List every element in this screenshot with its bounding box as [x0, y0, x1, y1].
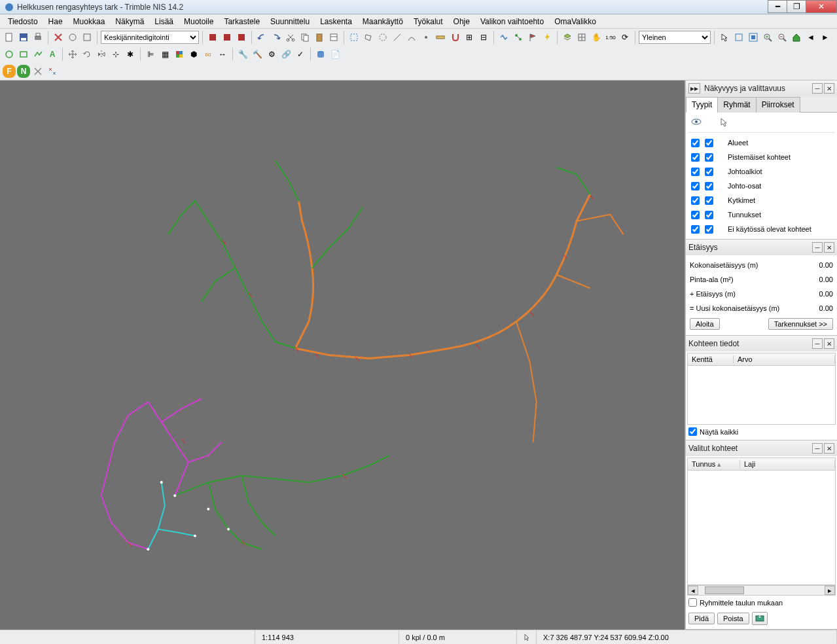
back-icon[interactable]: ◄	[804, 31, 817, 44]
cube-red2-icon[interactable]	[221, 31, 234, 44]
trace-icon[interactable]	[497, 31, 510, 44]
map-canvas[interactable]	[0, 80, 685, 630]
col-field[interactable]: Kenttä	[688, 355, 734, 363]
details-button[interactable]: Tarkennukset >>	[768, 318, 833, 330]
window-minimize-button[interactable]: ━	[768, 0, 787, 13]
menu-omavalikko[interactable]: OmaValikko	[549, 16, 601, 27]
new-icon[interactable]	[3, 31, 16, 44]
show-all-checkbox[interactable]	[688, 427, 697, 436]
layer-selectable-checkbox[interactable]	[705, 182, 713, 190]
explode-icon[interactable]: ✱	[124, 48, 137, 61]
color-icon[interactable]	[173, 48, 186, 61]
print-icon[interactable]	[31, 31, 45, 44]
n60-icon[interactable]: 60	[202, 48, 215, 61]
start-button[interactable]: Aloita	[690, 318, 720, 330]
menu-laskenta[interactable]: Laskenta	[315, 16, 357, 27]
tool-b-icon[interactable]	[80, 31, 94, 44]
layer-visibility-checkbox[interactable]	[691, 225, 700, 234]
layer-visibility-checkbox[interactable]	[691, 168, 700, 176]
properties-icon[interactable]	[327, 31, 340, 44]
edit-node-icon[interactable]	[419, 31, 433, 44]
layer-selectable-checkbox[interactable]	[705, 196, 713, 205]
layer-visibility-checkbox[interactable]	[691, 182, 700, 190]
panel-minimize-button[interactable]: ─	[812, 443, 823, 454]
view-select[interactable]: Yleinen	[639, 31, 711, 44]
menu-tarkastele[interactable]: Tarkastele	[219, 16, 265, 27]
redo-icon[interactable]	[270, 31, 283, 44]
pointer-icon[interactable]	[718, 31, 731, 44]
draw-circle-icon[interactable]	[3, 48, 16, 61]
window-maximize-button[interactable]: ❐	[787, 0, 806, 13]
layer-visibility-checkbox[interactable]	[691, 196, 700, 205]
draw-rect-icon[interactable]	[17, 48, 30, 61]
paste-icon[interactable]	[313, 31, 326, 44]
cube-red3-icon[interactable]	[235, 31, 248, 44]
copy-icon[interactable]	[298, 31, 312, 44]
draw-text-icon[interactable]: A	[46, 48, 59, 61]
zoom-extent-icon[interactable]	[747, 31, 760, 44]
edit-line-icon[interactable]	[391, 31, 404, 44]
grid2-icon[interactable]: ▦	[158, 48, 171, 61]
panel-minimize-button[interactable]: ─	[812, 83, 823, 94]
edit-arc-icon[interactable]	[405, 31, 418, 44]
undo-icon[interactable]	[255, 31, 268, 44]
menu-tyokalut[interactable]: Työkalut	[408, 16, 448, 27]
layer-selectable-checkbox[interactable]	[705, 225, 713, 234]
measure-icon[interactable]	[434, 31, 447, 44]
multi-cross-icon[interactable]	[46, 65, 59, 78]
layers-icon[interactable]	[561, 31, 574, 44]
layer-selectable-checkbox[interactable]	[705, 211, 713, 219]
flag-icon[interactable]	[526, 31, 539, 44]
move-icon[interactable]	[66, 48, 79, 61]
cut-icon[interactable]	[284, 31, 297, 44]
menu-tiedosto[interactable]: Tiedosto	[3, 16, 43, 27]
cube-red-icon[interactable]	[206, 31, 219, 44]
draw-polyline-icon[interactable]	[31, 48, 45, 61]
tool-c-icon[interactable]: ⊞	[463, 31, 476, 44]
scroll-thumb[interactable]	[705, 586, 744, 594]
db-icon[interactable]	[314, 48, 327, 61]
lightning-icon[interactable]	[541, 31, 554, 44]
divide-icon[interactable]: ⊹	[109, 48, 122, 61]
layer-visibility-checkbox[interactable]	[691, 153, 700, 162]
layer-selectable-checkbox[interactable]	[705, 168, 713, 176]
symbol-icon[interactable]: ⬢	[187, 48, 200, 61]
select-rect-icon[interactable]	[347, 31, 361, 44]
layer-visibility-checkbox[interactable]	[691, 211, 700, 219]
zoom-window-icon[interactable]	[732, 31, 745, 44]
panel-close-button[interactable]: ✕	[824, 242, 834, 253]
scroll-left-icon[interactable]: ◂	[688, 586, 698, 595]
forward-icon[interactable]: ►	[819, 31, 832, 44]
menu-hae[interactable]: Hae	[43, 16, 68, 27]
menu-lisaa[interactable]: Lisää	[149, 16, 179, 27]
select-poly-icon[interactable]	[362, 31, 375, 44]
menu-nakyma[interactable]: Näkymä	[110, 16, 149, 27]
pan-icon[interactable]: ✋	[590, 31, 603, 44]
export-button[interactable]	[752, 612, 768, 625]
tab-tyypit[interactable]: Tyypit	[686, 97, 718, 113]
tab-ryhmat[interactable]: Ryhmät	[717, 97, 756, 113]
check-icon[interactable]: ✓	[294, 48, 307, 61]
menu-maankaytto[interactable]: Maankäyttö	[357, 16, 408, 27]
scroll-right-icon[interactable]: ▸	[825, 586, 835, 595]
refresh-icon[interactable]: ⟳	[618, 31, 632, 44]
layer-visibility-checkbox[interactable]	[691, 139, 700, 147]
menu-suunnittelu[interactable]: Suunnittelu	[265, 16, 315, 27]
align-icon[interactable]: ⊫	[144, 48, 157, 61]
group-by-checkbox[interactable]	[688, 598, 697, 607]
col-laji[interactable]: Laji	[740, 460, 835, 468]
select-circle-icon[interactable]	[376, 31, 389, 44]
tool-a-icon[interactable]	[66, 31, 79, 44]
report-icon[interactable]: 📄	[329, 48, 342, 61]
mode-select[interactable]: Keskijännitedigitointi	[101, 31, 199, 44]
gear-icon[interactable]: ⚙	[265, 48, 278, 61]
cross-icon[interactable]	[31, 65, 45, 78]
selected-hscroll[interactable]: ◂ ▸	[687, 585, 836, 596]
delete-icon[interactable]	[52, 31, 65, 44]
snap-icon[interactable]	[448, 31, 461, 44]
dim-icon[interactable]: ↔	[216, 48, 229, 61]
link-icon[interactable]: 🔗	[279, 48, 293, 61]
remove-button[interactable]: Poista	[717, 613, 749, 624]
f-icon[interactable]: F	[3, 65, 16, 78]
collapse-icon[interactable]: ▸▸	[688, 83, 700, 94]
